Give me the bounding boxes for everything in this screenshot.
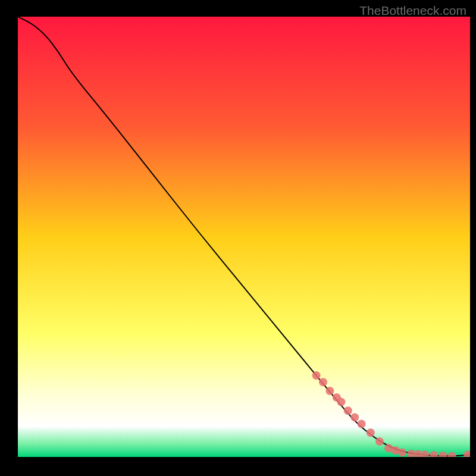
marker-point: [312, 371, 321, 380]
chart-svg: [18, 17, 470, 457]
watermark-text: TheBottleneck.com: [359, 4, 466, 18]
gradient-background: [18, 17, 470, 457]
marker-point: [375, 437, 384, 446]
marker-point: [344, 406, 352, 415]
marker-point: [358, 420, 366, 428]
marker-point: [367, 428, 375, 437]
marker-point: [325, 387, 334, 395]
marker-point: [319, 378, 327, 386]
marker-point: [350, 413, 359, 421]
chart-area: [18, 17, 470, 457]
marker-point: [337, 398, 345, 406]
marker-point: [398, 449, 406, 457]
